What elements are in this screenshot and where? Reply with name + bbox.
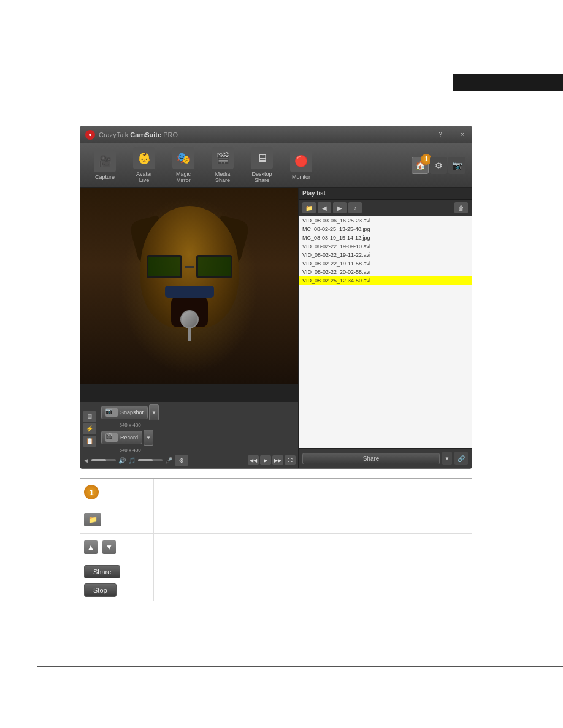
- title-bar: ● CrazyTalk CamSuite PRO ? – ×: [80, 126, 472, 143]
- main-toolbar: 🎥 Capture 👶 Avatar Live 🎭 Magic Mirror 🎬…: [80, 143, 472, 188]
- fullscreen-button[interactable]: ⛶: [285, 455, 296, 465]
- dog-scarf: [165, 286, 214, 298]
- share-button[interactable]: Share: [302, 453, 440, 464]
- audio-settings-btn[interactable]: ⚙: [175, 455, 188, 466]
- capture-row: 🖥 ⚡ 📋 📷 Snapshot ▼ 640 x 480: [83, 404, 296, 453]
- ref-share-button[interactable]: Share: [84, 565, 120, 578]
- toolbar-desktop-share[interactable]: 🖥 Desktop Share: [243, 145, 280, 186]
- toolbar-media-share[interactable]: 🎬 Media Share: [204, 145, 241, 186]
- ref-icon-cell-2: 📁: [80, 506, 154, 533]
- magic-mirror-label: Magic Mirror: [176, 171, 191, 183]
- main-content: 🖥 ⚡ 📋 📷 Snapshot ▼ 640 x 480: [80, 188, 472, 468]
- avatar-live-icon: 👶: [133, 147, 155, 169]
- video-icon-btn-3[interactable]: 📋: [83, 436, 96, 447]
- ref-icon-cell-4: Share Stop: [80, 561, 154, 601]
- playlist-item-7[interactable]: VID_08-02-25_12-34-50.avi: [299, 276, 472, 285]
- toolbar-magic-mirror[interactable]: 🎭 Magic Mirror: [165, 145, 202, 186]
- top-bar: [453, 74, 563, 91]
- ref-stop-button[interactable]: Stop: [84, 583, 117, 597]
- title-crazytalk: CrazyTalk: [99, 131, 128, 138]
- ref-text-cell-3: [154, 534, 472, 561]
- ref-arrow-up[interactable]: ▲: [84, 540, 98, 554]
- hr-top: [37, 91, 563, 91]
- toolbar-icon-3[interactable]: 📷: [448, 157, 465, 174]
- next-button[interactable]: ▶▶: [272, 455, 283, 465]
- playlist-prev-btn[interactable]: ◀: [318, 202, 331, 213]
- audio-slider-2[interactable]: [138, 459, 163, 461]
- record-dropdown[interactable]: ▼: [144, 430, 153, 446]
- ref-icon-cell-1: 1: [80, 479, 154, 506]
- playlist-items[interactable]: VID_08-03-06_16-25-23.aviMC_08-02-25_13-…: [299, 216, 472, 448]
- title-cam-suite: CamSuite: [130, 131, 161, 138]
- record-label: Record: [120, 434, 138, 441]
- help-button[interactable]: ?: [436, 131, 445, 139]
- toolbar-icon-1[interactable]: 🏠 1: [412, 157, 429, 174]
- close-button[interactable]: ×: [458, 131, 467, 139]
- playlist-footer: Share ▼ 🔗: [299, 448, 472, 468]
- playlist-folder-btn[interactable]: 📁: [302, 202, 316, 213]
- video-icon-btn-2[interactable]: ⚡: [83, 423, 96, 434]
- audio-icon-2: 🔊: [118, 457, 126, 464]
- playlist-delete-btn[interactable]: 🗑: [454, 202, 468, 213]
- minimize-button[interactable]: –: [447, 131, 456, 139]
- playlist-music-btn[interactable]: ♪: [348, 202, 362, 213]
- mic-body: [188, 328, 191, 341]
- playlist-toolbar: 📁 ◀ ▶ ♪ 🗑: [299, 200, 472, 216]
- reference-table: 1 📁 ▲ ▼ Share Stop: [80, 478, 472, 601]
- desktop-share-icon: 🖥: [251, 147, 273, 169]
- video-icon-btn-1[interactable]: 🖥: [83, 411, 96, 422]
- ref-arrow-down[interactable]: ▼: [102, 540, 116, 554]
- toolbar-monitor[interactable]: 🔴 Monitor: [283, 148, 320, 183]
- play-controls: ◀◀ ▶ ▶▶ ⛶: [248, 455, 296, 465]
- toolbar-capture[interactable]: 🎥 Capture: [86, 148, 123, 183]
- snapshot-dropdown[interactable]: ▼: [149, 404, 159, 420]
- share-dropdown[interactable]: ▼: [442, 452, 452, 465]
- ref-row-4: Share Stop: [80, 561, 472, 601]
- ref-row-1: 1: [80, 479, 472, 506]
- playlist-item-6[interactable]: VID_08-02-22_20-02-58.avi: [299, 268, 472, 276]
- playlist-item-4[interactable]: VID_08-02-22_19-11-22.avi: [299, 251, 472, 259]
- video-panel: 🖥 ⚡ 📋 📷 Snapshot ▼ 640 x 480: [80, 188, 298, 468]
- audio-icon-3: 🎵: [128, 457, 136, 464]
- monitor-icon: 🔴: [290, 150, 312, 172]
- video-area: [80, 188, 298, 384]
- title-pro-label: PRO: [163, 131, 178, 138]
- playlist-next-btn[interactable]: ▶: [333, 202, 347, 213]
- capture-label: Capture: [95, 174, 115, 180]
- title-bar-left: ● CrazyTalk CamSuite PRO: [85, 130, 178, 140]
- play-button[interactable]: ▶: [260, 455, 271, 465]
- hr-bottom: [37, 666, 563, 667]
- snapshot-label: Snapshot: [120, 409, 144, 415]
- glass-bridge: [185, 266, 194, 268]
- left-icon-buttons: 🖥 ⚡ 📋: [83, 411, 96, 447]
- playlist-panel: Play list 📁 ◀ ▶ ♪ 🗑 VID_08-03-06_16-25-2…: [298, 188, 472, 468]
- ref-text-cell-2: [154, 506, 472, 533]
- playlist-item-2[interactable]: MC_08-03-19_15-14-12.jpg: [299, 233, 472, 242]
- ref-text-cell-1: [154, 479, 472, 506]
- playlist-title: Play list: [302, 190, 326, 197]
- audio-row: ◄ 🔊 🎵 🎤 ⚙ ◀◀ ▶ ▶▶ ⛶: [83, 455, 296, 466]
- snapshot-group: 📷 Snapshot ▼: [101, 404, 159, 420]
- prev-button[interactable]: ◀◀: [248, 455, 259, 465]
- playlist-item-1[interactable]: MC_08-02-25_13-25-40.jpg: [299, 225, 472, 233]
- playlist-item-3[interactable]: VID_08-02-22_19-09-10.avi: [299, 242, 472, 251]
- playlist-item-0[interactable]: VID_08-03-06_16-25-23.avi: [299, 216, 472, 225]
- playlist-item-5[interactable]: VID_08-02-22_19-11-58.avi: [299, 259, 472, 268]
- record-size: 640 x 480: [101, 447, 159, 453]
- magic-mirror-icon: 🎭: [172, 147, 194, 169]
- toolbar-icon-2[interactable]: ⚙: [430, 157, 447, 174]
- record-thumb: 🎬: [105, 433, 118, 442]
- toolbar-right-icons: 🏠 1 ⚙ 📷: [412, 157, 465, 174]
- audio-icon-1: ◄: [83, 457, 89, 464]
- media-share-icon: 🎬: [212, 147, 234, 169]
- desktop-share-label: Desktop Share: [251, 171, 272, 183]
- ref-folder-icon[interactable]: 📁: [84, 513, 101, 526]
- mic-head: [180, 310, 199, 328]
- audio-slider-1[interactable]: [91, 459, 116, 461]
- capture-icon: 🎥: [94, 150, 116, 172]
- dog-glasses: [147, 255, 232, 279]
- snapshot-button[interactable]: 📷 Snapshot: [101, 406, 148, 419]
- share-icon-button[interactable]: 🔗: [454, 452, 468, 465]
- record-button[interactable]: 🎬 Record: [101, 431, 142, 444]
- toolbar-avatar-live[interactable]: 👶 Avatar Live: [126, 145, 163, 186]
